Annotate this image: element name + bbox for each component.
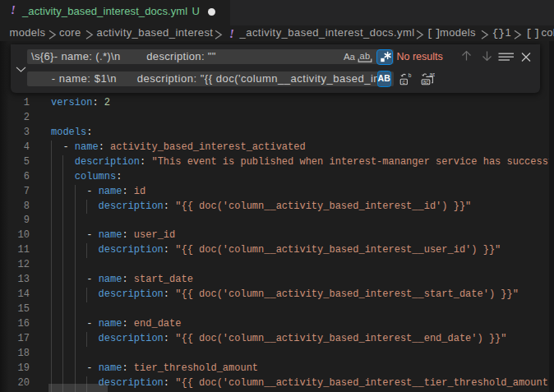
svg-text:ac: ac <box>423 79 430 85</box>
svg-text:b: b <box>409 73 412 78</box>
svg-text:ab: ab <box>430 73 435 77</box>
